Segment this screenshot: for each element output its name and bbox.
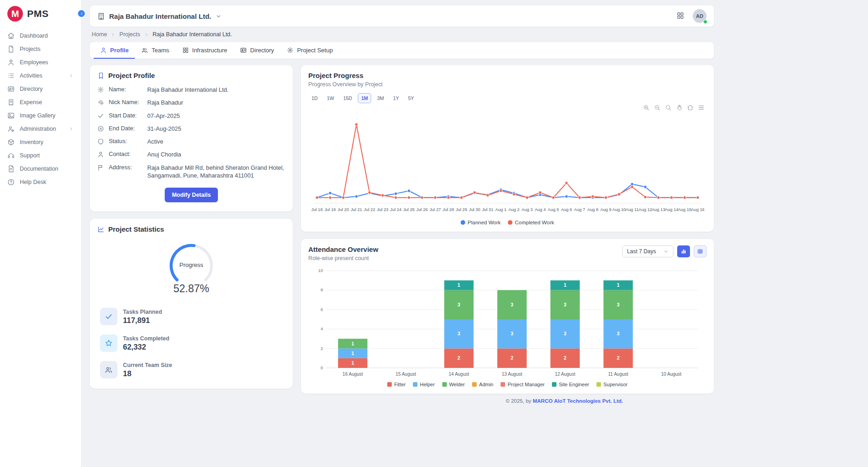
legend-item[interactable]: Welder [442, 382, 465, 387]
svg-text:Aug 2: Aug 2 [508, 207, 519, 212]
apps-grid-button[interactable] [676, 11, 684, 21]
breadcrumb-current: Raja Bahadur International Ltd. [153, 31, 232, 38]
legend-item[interactable]: Admin [472, 382, 493, 387]
gear-icon [97, 86, 104, 93]
sidebar-item-directory[interactable]: Directory [0, 82, 81, 95]
svg-text:3: 3 [617, 331, 620, 336]
legend-item[interactable]: Completed Work [508, 220, 554, 225]
project-progress-card: Project Progress Progress Overview by Pr… [301, 65, 714, 232]
footer-company-link[interactable]: MARCO AIoT Technologies Pvt. Ltd. [533, 398, 623, 404]
tab-infrastructure[interactable]: Infrastructure [176, 42, 234, 59]
sidebar-item-documentation[interactable]: Documentation [0, 162, 81, 175]
chart-selection-zoom-button[interactable] [665, 104, 672, 112]
tab-project-setup[interactable]: Project Setup [280, 42, 339, 59]
svg-text:1: 1 [457, 282, 460, 288]
profile-field-address: Address:Raja Bahadur Mill Rd, behind She… [97, 164, 285, 180]
top-header: Raja Bahadur International Ltd. AD [90, 6, 714, 27]
svg-text:3: 3 [564, 331, 567, 336]
chart-menu-button[interactable] [698, 104, 705, 112]
svg-text:Aug 8: Aug 8 [587, 207, 598, 212]
chart-line-icon [97, 226, 105, 233]
legend-item[interactable]: Project Manager [501, 382, 545, 387]
svg-text:Aug 5: Aug 5 [548, 207, 559, 212]
footer-copyright: © 2025, by [506, 398, 533, 404]
svg-text:3: 3 [617, 302, 620, 307]
user-avatar[interactable]: AD [693, 9, 707, 23]
chart-pan-button[interactable] [676, 104, 683, 112]
main-area: Raja Bahadur International Ltd. AD Home … [82, 0, 868, 467]
sidebar-item-administration[interactable]: Administration [0, 122, 81, 135]
sidebar-item-expense[interactable]: Expense [0, 95, 81, 109]
svg-text:Jul 28: Jul 28 [443, 207, 454, 212]
sidebar-item-support[interactable]: Support [0, 149, 81, 162]
svg-text:Aug 10: Aug 10 [612, 207, 626, 212]
tab-directory[interactable]: Directory [234, 42, 280, 59]
help-desk-icon [7, 178, 15, 186]
attendance-legend: FitterHelperWelderAdminProject ManagerSi… [308, 382, 707, 387]
modify-details-button[interactable]: Modify Details [165, 188, 218, 202]
star-icon [105, 339, 113, 347]
range-1w[interactable]: 1W [323, 93, 337, 103]
legend-item[interactable]: Fitter [387, 382, 406, 387]
attendance-chart-view-button[interactable] [677, 245, 690, 257]
chart-zoom-out-button[interactable] [654, 104, 661, 112]
sidebar-item-image-gallery[interactable]: Image Gallery [0, 109, 81, 122]
svg-text:Jul 22: Jul 22 [364, 207, 375, 212]
progress-gauge: Progress [161, 239, 221, 289]
progress-chart: Jul 18Jul 19Jul 20Jul 21Jul 22Jul 23Jul … [311, 112, 704, 219]
profile-field-contact: Contact:Anuj Chordia [97, 150, 285, 158]
card-subtitle: Role-wise present count [308, 255, 378, 261]
breadcrumb-projects[interactable]: Projects [119, 31, 140, 38]
range-1d[interactable]: 1D [308, 93, 321, 103]
check-icon [97, 112, 104, 119]
company-selector[interactable]: Raja Bahadur International Ltd. [97, 12, 222, 20]
svg-text:Jul 30: Jul 30 [469, 207, 480, 212]
legend-item[interactable]: Supervisor [596, 382, 628, 387]
administration-icon [7, 125, 15, 133]
sidebar-item-employees[interactable]: Employees [0, 56, 81, 69]
infrastructure-icon [182, 47, 189, 54]
apps-grid-icon [676, 11, 684, 20]
sidebar-item-help-desk[interactable]: Help Desk [0, 175, 81, 189]
svg-text:Aug 13: Aug 13 [651, 207, 665, 212]
bar-chart-icon [680, 248, 687, 255]
svg-text:Aug 11: Aug 11 [626, 207, 639, 212]
svg-text:Jul 31: Jul 31 [482, 207, 494, 212]
chevron-left-icon [79, 11, 84, 16]
footer: © 2025, by MARCO AIoT Technologies Pvt. … [90, 398, 623, 404]
range-3m[interactable]: 3M [374, 93, 387, 103]
tab-profile[interactable]: Profile [94, 42, 135, 59]
range-15d[interactable]: 15D [340, 93, 355, 103]
sidebar-item-projects[interactable]: Projects [0, 42, 81, 56]
tab-bar: Profile Teams Infrastructure Directory P… [90, 42, 714, 59]
legend-item[interactable]: Helper [413, 382, 434, 387]
support-icon [7, 152, 15, 159]
range-1m[interactable]: 1M [358, 93, 371, 103]
card-subtitle: Progress Overview by Project [308, 81, 707, 88]
gauge-label: Progress [161, 261, 221, 268]
attendance-table-view-button[interactable] [694, 245, 707, 257]
range-1y[interactable]: 1Y [390, 93, 402, 103]
breadcrumb: Home Projects Raja Bahadur International… [92, 31, 712, 38]
legend-item[interactable]: Site Engineer [552, 382, 589, 387]
sidebar-item-inventory[interactable]: Inventory [0, 135, 81, 149]
progress-legend: Planned WorkCompleted Work [308, 220, 707, 225]
chart-zoom-in-button[interactable] [643, 104, 650, 112]
profile-field-nick-name: Nick Name:Raja Bahadur [97, 99, 285, 106]
svg-text:3: 3 [457, 302, 460, 307]
sidebar-collapse-button[interactable] [77, 9, 86, 18]
sidebar-item-dashboard[interactable]: Dashboard [0, 29, 81, 42]
chart-reset-button[interactable] [687, 104, 694, 112]
breadcrumb-home[interactable]: Home [92, 31, 107, 38]
building-icon [97, 12, 105, 20]
range-5y[interactable]: 5Y [405, 93, 417, 103]
attendance-range-select[interactable]: Last 7 Days [622, 245, 673, 257]
x-circle-icon [97, 125, 104, 132]
svg-text:1: 1 [564, 282, 567, 288]
fingerprint-icon [97, 99, 104, 106]
sidebar-item-activities[interactable]: Activities [0, 69, 81, 82]
svg-text:13 August: 13 August [502, 372, 523, 377]
legend-item[interactable]: Planned Work [461, 220, 501, 225]
svg-text:Aug 3: Aug 3 [522, 207, 533, 212]
tab-teams[interactable]: Teams [135, 42, 175, 59]
